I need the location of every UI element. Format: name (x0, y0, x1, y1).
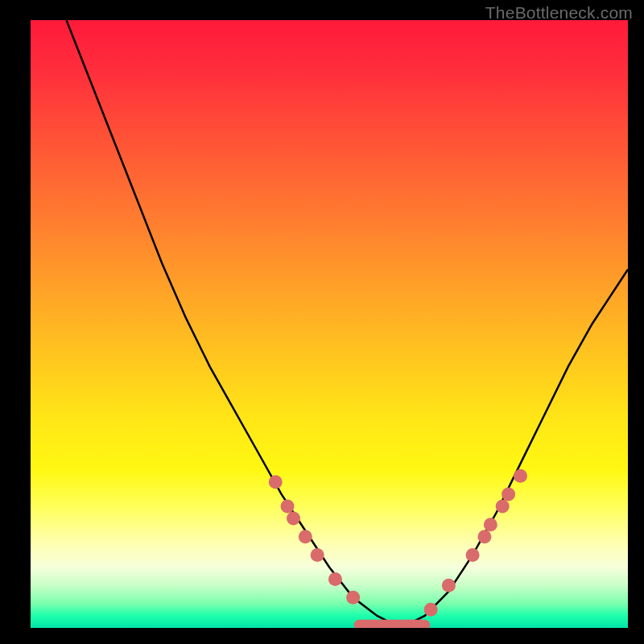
marker-point (424, 603, 438, 617)
marker-point (287, 512, 300, 526)
marker-point (502, 487, 515, 501)
marker-point (281, 500, 295, 514)
chart-svg (31, 20, 628, 628)
marker-point (484, 518, 497, 531)
marker-point (442, 579, 456, 592)
marker-point (477, 530, 491, 543)
marker-point (269, 475, 283, 489)
marker-point (466, 548, 480, 562)
marker-point (311, 548, 324, 562)
marker-point (328, 572, 342, 586)
marker-point (496, 500, 510, 514)
marker-point (514, 469, 527, 483)
markers-group (269, 469, 527, 617)
marker-point (299, 530, 312, 543)
bottleneck-curve (67, 20, 629, 628)
chart-frame: TheBottleneck.com (0, 0, 644, 644)
marker-point (346, 591, 360, 605)
plot-area (31, 20, 628, 628)
